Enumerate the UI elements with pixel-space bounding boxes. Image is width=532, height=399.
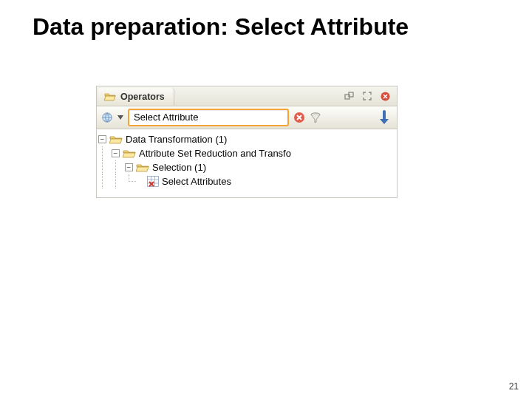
- close-icon[interactable]: [379, 90, 391, 102]
- search-input-text: Select Attribute: [134, 112, 198, 123]
- folder-icon: [136, 162, 149, 173]
- tree-node-label: Attribute Set Reduction and Transfo: [139, 148, 291, 159]
- tree-leaf[interactable]: Select Attributes: [97, 174, 397, 188]
- search-input[interactable]: Select Attribute: [128, 109, 289, 126]
- tab-label: Operators: [120, 92, 165, 102]
- folder-icon: [123, 148, 136, 159]
- folder-open-icon: [104, 91, 116, 103]
- folder-icon: [109, 134, 123, 145]
- collapse-icon[interactable]: [98, 135, 106, 143]
- operator-tree: Data Transformation (1) Attribute Set Re…: [97, 129, 397, 197]
- collapse-icon[interactable]: [125, 163, 133, 171]
- tree-node[interactable]: Attribute Set Reduction and Transfo: [97, 146, 397, 160]
- globe-icon[interactable]: [101, 112, 113, 123]
- clear-search-icon[interactable]: [293, 112, 305, 123]
- sort-arrow-icon[interactable]: [376, 109, 392, 126]
- tree-node[interactable]: Selection (1): [97, 160, 397, 174]
- panel-header-actions: [338, 86, 397, 106]
- maximize-icon[interactable]: [361, 90, 373, 102]
- panel-header: Operators: [97, 86, 397, 106]
- tab-operators[interactable]: Operators: [98, 88, 174, 106]
- page-number: 21: [509, 381, 519, 392]
- operator-icon: [147, 176, 159, 187]
- detach-icon[interactable]: [344, 90, 355, 102]
- tree-node[interactable]: Data Transformation (1): [97, 132, 397, 146]
- slide-title: Data preparation: Select Attribute: [0, 0, 532, 41]
- panel-toolbar: Select Attribute: [97, 106, 397, 129]
- tree-leaf-label: Select Attributes: [162, 176, 231, 187]
- tree-node-label: Selection (1): [152, 162, 206, 173]
- filter-icon[interactable]: [310, 112, 321, 123]
- dropdown-icon[interactable]: [117, 112, 123, 123]
- collapse-icon[interactable]: [112, 149, 120, 157]
- operators-panel: Operators: [96, 86, 398, 198]
- tree-node-label: Data Transformation (1): [126, 134, 227, 145]
